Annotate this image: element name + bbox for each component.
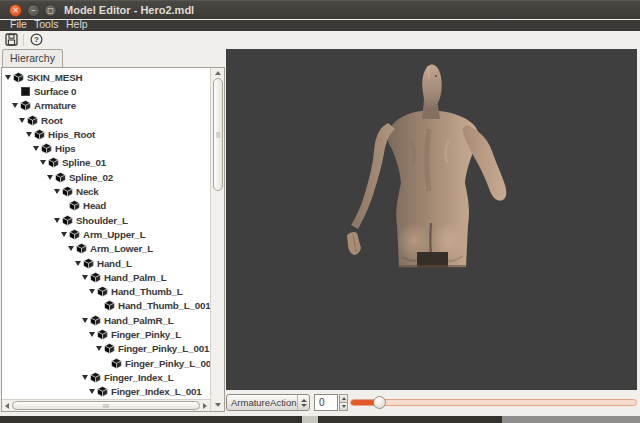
mesh-cube-icon [90,315,101,326]
step-down-button[interactable] [339,403,348,411]
mesh-cube-icon [41,143,52,154]
tree-item-Arm_Upper_L[interactable]: Arm_Upper_L [3,227,210,241]
tree-item-Spline_01[interactable]: Spline_01 [3,156,210,170]
tree-item-Hand_Thumb_L[interactable]: Hand_Thumb_L [3,284,210,298]
menu-help[interactable]: Help [66,18,88,30]
armature-action-value: ArmatureAction [231,397,296,408]
scroll-up-button[interactable] [212,68,224,78]
tree-item-label: Spline_01 [62,157,106,168]
expander-arrow-icon[interactable] [61,232,68,237]
expander-arrow-icon [12,89,19,94]
slider-track[interactable] [350,399,637,406]
tab-hierarchy[interactable]: Hierarchy [2,49,63,67]
expander-arrow-icon[interactable] [40,160,47,165]
titlebar[interactable]: ✕ − ◻ Model Editor - Hero2.mdl [0,0,640,19]
tree-item-Hand_Palm_L[interactable]: Hand_Palm_L [3,270,210,284]
mesh-cube-icon [62,186,73,197]
hierarchy-tree: SKIN_MESHSurface 0ArmatureRootHips_RootH… [3,69,210,399]
mesh-cube-icon [90,372,101,383]
tree-item-Hips_Root[interactable]: Hips_Root [3,127,210,141]
spinner-arrows-icon[interactable] [297,395,309,410]
tree-item-Root[interactable]: Root [3,113,210,127]
expander-arrow-icon[interactable] [82,375,89,380]
expander-arrow-icon[interactable] [33,146,40,151]
tree-item-label: Hips [55,143,75,154]
expander-arrow-icon[interactable] [96,346,103,351]
mesh-cube-icon [13,72,24,83]
help-button[interactable]: ? [28,33,44,48]
vertical-scrollbar[interactable] [210,68,224,411]
expander-arrow-icon [96,303,103,308]
mesh-cube-icon [55,172,66,183]
tree-item-Hips[interactable]: Hips [3,141,210,155]
expander-arrow-icon[interactable] [54,189,61,194]
svg-text:?: ? [34,35,39,44]
frame-spinbox[interactable]: 0 [314,394,338,411]
tree-item-Spline_02[interactable]: Spline_02 [3,170,210,184]
slider-handle[interactable] [373,396,386,409]
tree-item-Head[interactable]: Head [3,199,210,213]
tree-item-Finger_Pinky_L_002[interactable]: Finger_Pinky_L_002 [3,356,210,370]
tree-item-Surface-0[interactable]: Surface 0 [3,84,210,98]
tree-item-Hand_Thumb_L_001[interactable]: Hand_Thumb_L_001 [3,299,210,313]
tree-item-Armature[interactable]: Armature [3,99,210,113]
human-model-back-view [226,49,637,390]
tree-item-label: Hand_Thumb_L [111,286,183,297]
tree-item-label: Hand_Palm_L [104,272,167,283]
expander-arrow-icon[interactable] [47,175,54,180]
mesh-cube-icon [111,358,122,369]
expander-arrow-icon[interactable] [75,261,82,266]
expander-arrow-icon[interactable] [82,275,89,280]
window-title: Model Editor - Hero2.mdl [64,4,194,16]
frame-slider[interactable] [350,394,637,411]
expander-arrow-icon[interactable] [26,132,33,137]
save-button[interactable] [3,33,19,48]
close-button[interactable]: ✕ [9,4,22,17]
menu-file[interactable]: File [10,18,27,30]
tree-item-Shoulder_L[interactable]: Shoulder_L [3,213,210,227]
mesh-cube-icon [97,286,108,297]
tree-item-label: Finger_Pinky_L_001 [118,343,209,354]
tree-item-Finger_Pinky_L_001[interactable]: Finger_Pinky_L_001 [3,342,210,356]
tree-item-label: SKIN_MESH [27,72,82,83]
tree-item-Finger_Index_L[interactable]: Finger_Index_L [3,370,210,384]
tree-item-label: Head [83,200,106,211]
tree-item-label: Hand_PalmR_L [104,315,173,326]
expander-arrow-icon[interactable] [89,289,96,294]
tree-item-label: Hand_Thumb_L_001 [118,300,210,311]
tree-item-SKIN_MESH[interactable]: SKIN_MESH [3,70,210,84]
tree-item-label: Hips_Root [48,129,95,140]
mesh-cube-icon [104,343,115,354]
tree-item-label: Shoulder_L [76,215,128,226]
3d-viewport[interactable] [226,49,637,390]
tree-item-Arm_Lower_L[interactable]: Arm_Lower_L [3,242,210,256]
tree-item-Neck[interactable]: Neck [3,184,210,198]
desktop-strip [0,416,302,423]
expander-arrow-icon[interactable] [5,75,12,80]
expander-arrow-icon[interactable] [89,332,96,337]
tree-item-Hand_PalmR_L[interactable]: Hand_PalmR_L [3,313,210,327]
expander-arrow-icon [61,203,68,208]
expander-arrow-icon[interactable] [19,118,26,123]
tree-item-Hand_L[interactable]: Hand_L [3,256,210,270]
toolbar: ? [0,31,640,49]
tree-item-label: Finger_Index_L [104,372,174,383]
tree-item-label: Neck [76,186,99,197]
expander-arrow-icon[interactable] [82,318,89,323]
mesh-cube-icon [104,300,115,311]
menu-tools[interactable]: Tools [34,18,59,30]
expander-arrow-icon[interactable] [12,103,19,108]
tree-item-label: Arm_Lower_L [90,243,153,254]
hierarchy-panel: SKIN_MESHSurface 0ArmatureRootHips_RootH… [1,67,225,412]
maximize-button[interactable]: ◻ [44,4,57,17]
armature-action-combobox[interactable]: ArmatureAction [226,394,310,411]
desktop-strip [302,416,318,423]
expander-arrow-icon[interactable] [54,218,61,223]
arrow-down-icon [342,405,346,408]
tree-item-Finger_Pinky_L[interactable]: Finger_Pinky_L [3,327,210,341]
tree-item-label: Spline_02 [69,172,113,183]
expander-arrow-icon[interactable] [68,246,75,251]
step-up-button[interactable] [339,394,348,403]
vertical-scrollbar-thumb[interactable] [213,78,223,191]
minimize-button[interactable]: − [27,4,40,17]
